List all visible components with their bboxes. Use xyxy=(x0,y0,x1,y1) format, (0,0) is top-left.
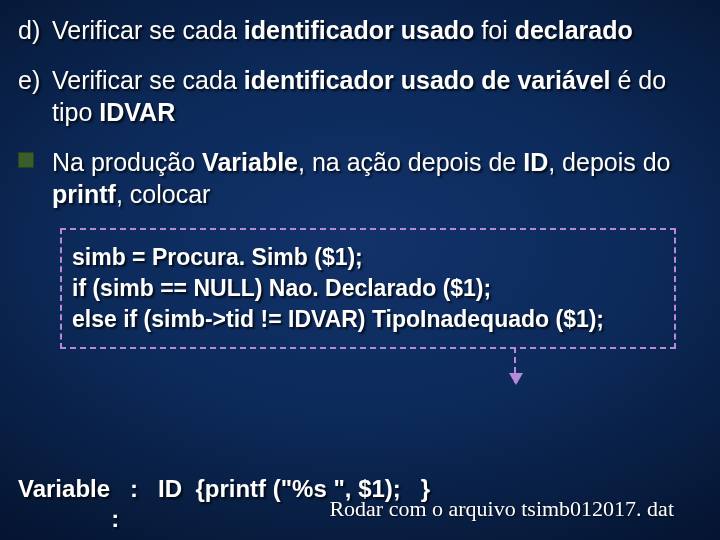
dashed-arrow-down-icon xyxy=(514,347,518,383)
list-text-square: Na produção Variable, na ação depois de … xyxy=(52,146,702,210)
list-text-e: Verificar se cada identificador usado de… xyxy=(52,64,702,128)
list-item-square: Na produção Variable, na ação depois de … xyxy=(18,146,702,210)
arrow-head-icon xyxy=(509,373,523,385)
code-line-3: else if (simb->tid != IDVAR) TipoInadequ… xyxy=(72,304,664,335)
list-marker-d: d) xyxy=(18,14,52,46)
square-bullet-icon xyxy=(18,146,52,173)
code-line-2: if (simb == NULL) Nao. Declarado ($1); xyxy=(72,273,664,304)
code-box: simb = Procura. Simb ($1); if (simb == N… xyxy=(60,228,676,349)
grammar-lhs: Variable xyxy=(18,475,110,502)
list-item-d: d) Verificar se cada identificador usado… xyxy=(18,14,702,46)
list-item-e: e) Verificar se cada identificador usado… xyxy=(18,64,702,128)
code-line-1: simb = Procura. Simb ($1); xyxy=(72,242,664,273)
bottom-area: Variable : ID {printf ("%s ", $1); } : R… xyxy=(18,474,702,534)
run-note: Rodar com o arquivo tsimb012017. dat xyxy=(329,496,674,522)
list-text-d: Verificar se cada identificador usado fo… xyxy=(52,14,633,46)
list-marker-e: e) xyxy=(18,64,52,96)
